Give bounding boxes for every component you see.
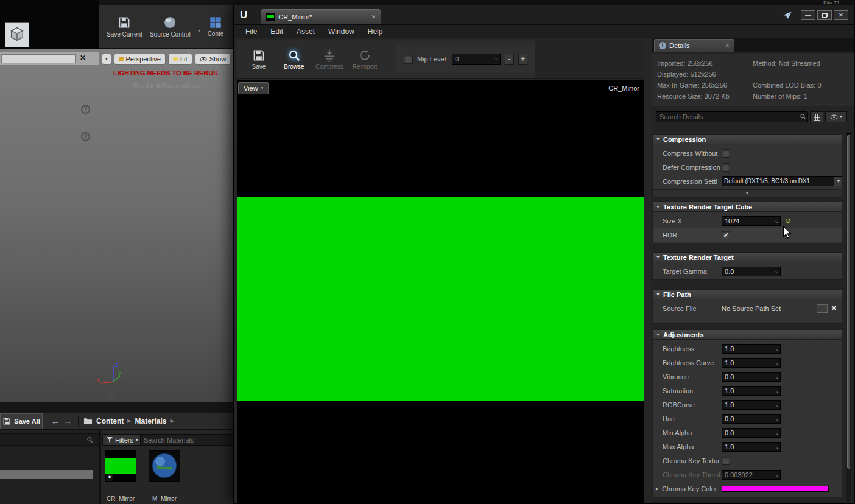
section-header-trt[interactable]: ▼ Texture Render Target [652, 252, 842, 262]
scrollbar-thumb[interactable] [847, 135, 850, 469]
tab-details[interactable]: i Details ✕ [654, 39, 734, 52]
paper-plane-icon[interactable] [783, 11, 792, 19]
save-button[interactable]: Save [241, 49, 276, 70]
advanced-expander[interactable]: ▼ [652, 190, 842, 198]
numeric-input[interactable] [722, 415, 780, 423]
search-materials-input[interactable] [140, 434, 233, 446]
content-browser-button[interactable]: Conte [208, 16, 224, 37]
numeric-input[interactable] [722, 345, 780, 353]
save-current-button[interactable]: Save Current [107, 16, 142, 38]
cube-thumbnail[interactable] [5, 22, 29, 47]
search-assets-field[interactable] [0, 433, 99, 446]
texture-viewport[interactable]: View ▾ CR_Mirror [237, 80, 644, 503]
numeric-input[interactable] [722, 401, 780, 409]
collection-item[interactable] [0, 470, 93, 479]
target-gamma-field[interactable]: ↔ [722, 267, 781, 276]
minimize-button[interactable]: — [801, 10, 815, 20]
menu-edit[interactable]: Edit [264, 27, 290, 36]
mip-decrement-button[interactable]: - [505, 54, 514, 65]
search-field[interactable] [1, 54, 76, 63]
folder-icon [83, 417, 93, 425]
help-icon[interactable]: ? [81, 132, 90, 141]
numeric-input[interactable] [722, 373, 780, 381]
size-x-input[interactable] [722, 217, 780, 225]
property-row: Source File No Source Path Set ... ✕ [653, 301, 842, 315]
compress-without-checkbox[interactable] [722, 149, 730, 158]
section-header-trtc[interactable]: ▼ Texture Render Target Cube [652, 201, 842, 212]
saturation-field[interactable]: ↔ [722, 386, 781, 396]
menu-asset[interactable]: Asset [290, 27, 322, 36]
search-details-field[interactable] [656, 111, 808, 122]
numeric-input[interactable] [722, 359, 780, 367]
chroma-key-color-swatch[interactable] [722, 486, 829, 492]
asset-tile-m-mirror[interactable] [149, 450, 180, 482]
lighting-warning: LIGHTING NEEDS TO BE REBUIL [99, 69, 233, 77]
mip-enable-checkbox[interactable] [404, 55, 413, 64]
tab-cr-mirror[interactable]: CR_Mirror* ✕ [261, 9, 381, 24]
chevron-down-icon[interactable]: ▾ [198, 28, 200, 33]
min-alpha-field[interactable]: ↔ [722, 428, 781, 438]
axis-z-label: z [115, 362, 118, 368]
menu-file[interactable]: File [239, 27, 264, 36]
section-header-lod[interactable]: ▼ Level Of Detail [652, 502, 842, 503]
filters-button[interactable]: Filters ▾ [102, 434, 142, 446]
size-x-field[interactable]: ↔ [722, 216, 781, 226]
section-header-file-path[interactable]: ▼ File Path [652, 289, 842, 299]
close-icon[interactable]: ✕ [371, 14, 376, 20]
section-header-compression[interactable]: ▼ Compression [652, 134, 842, 144]
asset-tile-cr-mirror[interactable]: ★ [105, 450, 136, 482]
search-details-input[interactable] [656, 111, 808, 122]
close-icon[interactable]: ✕ [725, 43, 730, 49]
property-matrix-button[interactable] [810, 111, 823, 122]
property-label: Saturation [653, 387, 720, 394]
rgbcurve-field[interactable]: ↔ [722, 400, 781, 410]
breadcrumb-materials[interactable]: Materials [135, 417, 166, 425]
close-icon[interactable]: ✕ [80, 54, 86, 62]
brightness-curve-field[interactable]: ↔ [722, 358, 781, 368]
menu-window[interactable]: Window [322, 27, 361, 36]
menu-help[interactable]: Help [361, 27, 390, 36]
vibrance-field[interactable]: ↔ [722, 372, 781, 382]
close-button[interactable]: ✕ [834, 10, 848, 20]
defer-compression-checkbox[interactable] [722, 163, 730, 172]
source-control-button[interactable]: Source Control [150, 16, 191, 38]
scrollbar[interactable] [846, 133, 851, 502]
menubar: File Edit Asset Window Help [234, 25, 854, 38]
hue-field[interactable]: ↔ [722, 414, 781, 424]
restore-button[interactable] [817, 10, 832, 20]
brightness-field[interactable]: ↔ [722, 344, 781, 354]
hdr-checkbox[interactable] [722, 231, 730, 239]
forward-arrow-button[interactable]: → [63, 416, 72, 426]
numeric-input[interactable] [722, 443, 780, 451]
target-gamma-input[interactable] [722, 267, 780, 276]
breadcrumb-arrow-icon[interactable]: ▶ [127, 418, 131, 424]
view-menu-button[interactable]: View ▾ [238, 82, 269, 94]
save-all-button[interactable]: Save All [0, 413, 43, 429]
back-arrow-button[interactable]: ← [51, 416, 60, 426]
help-icon[interactable]: ? [81, 105, 90, 114]
mip-increment-button[interactable]: + [518, 54, 527, 65]
show-button[interactable]: Show [195, 54, 231, 65]
compression-settings-dropdown[interactable]: Default (DXT1/5, BC1/3 on DX1 ▼ [722, 176, 842, 186]
titlebar[interactable]: U CR_Mirror* ✕ — ✕ [234, 5, 854, 25]
numeric-input[interactable] [722, 429, 780, 437]
breadcrumb-arrow-icon[interactable]: ▶ [171, 418, 174, 424]
section-header-adjustments[interactable]: ▼ Adjustments [652, 329, 842, 340]
clear-path-button[interactable]: ✕ [831, 304, 837, 312]
view-options-button[interactable]: ▾ [825, 111, 847, 122]
reset-to-default-icon[interactable]: ↺ [785, 217, 791, 225]
breadcrumb-content[interactable]: Content [96, 417, 124, 425]
chroma-key-texture-checkbox[interactable] [722, 457, 730, 465]
asset-label[interactable]: M_Mirror [149, 495, 180, 502]
mip-level-field[interactable]: ↔ [452, 54, 501, 65]
expand-arrow-icon[interactable]: ▶ [653, 486, 661, 491]
asset-label[interactable]: CR_Mirror [105, 495, 136, 502]
lit-button[interactable]: Lit [168, 54, 192, 65]
browse-button[interactable]: Browse [276, 49, 312, 70]
max-alpha-field[interactable]: ↔ [722, 442, 781, 452]
perspective-button[interactable]: Perspective [114, 54, 166, 65]
level-viewport[interactable]: ▾ Perspective Lit Show LIGHTING NEEDS TO… [0, 49, 233, 402]
numeric-input[interactable] [722, 387, 780, 395]
viewport-options-button[interactable]: ▾ [102, 54, 111, 65]
browse-file-button[interactable]: ... [817, 304, 828, 313]
